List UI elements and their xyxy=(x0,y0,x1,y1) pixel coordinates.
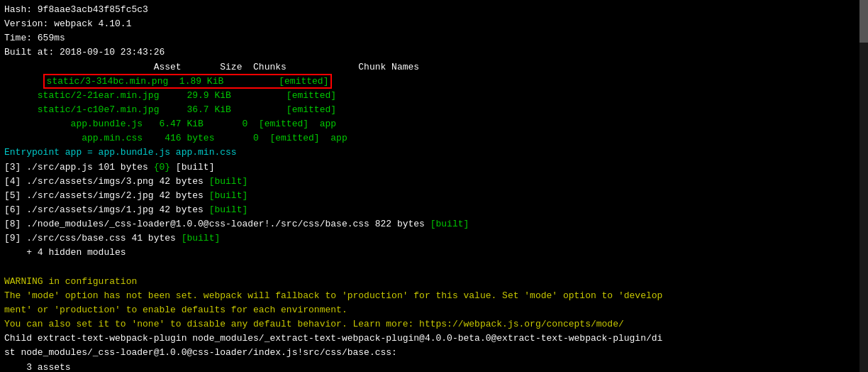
line-module-5: [5] ./src/assets/imgs/2.jpg 42 bytes [bu… xyxy=(4,189,864,203)
line-asset-min-css: app.min.css 416 bytes 0 [emitted] app xyxy=(4,131,864,146)
line-asset-jpg-1: static/1-c10e7.min.jpg 36.7 KiB [emitted… xyxy=(4,103,864,117)
line-module-4: [4] ./src/assets/imgs/3.png 42 bytes [bu… xyxy=(4,175,864,189)
line-assets-count: 3 assets xyxy=(4,361,864,372)
line-warning-none: You can also set it to 'none' to disable… xyxy=(4,317,864,332)
terminal-window: Hash: 9f8aae3acb43f85fc5c3 Version: webp… xyxy=(0,0,868,372)
line-child-plugin-1: Child extract-text-webpack-plugin node_m… xyxy=(4,332,864,346)
line-module-6: [6] ./src/assets/imgs/1.jpg 42 bytes [bu… xyxy=(4,203,864,217)
line-module-8: [8] ./node_modules/_css-loader@1.0.0@css… xyxy=(4,217,864,231)
line-asset-bundle-js: app.bundle.js 6.47 KiB 0 [emitted] app xyxy=(4,117,864,131)
line-empty xyxy=(4,261,864,275)
line-warning-mode-2: ment' or 'production' to enable defaults… xyxy=(4,303,864,317)
line-module-9: [9] ./src/css/base.css 41 bytes [built] xyxy=(4,231,864,246)
line-version: Version: webpack 4.10.1 xyxy=(4,17,864,31)
line-table-header: Asset Size Chunks Chunk Names xyxy=(4,60,864,75)
line-hidden-modules: + 4 hidden modules xyxy=(4,246,864,260)
line-warning-mode-1: The 'mode' option has not been set. webp… xyxy=(4,289,864,303)
line-asset-jpg-2: static/2-21ear.min.jpg 29.9 KiB [emitted… xyxy=(4,89,864,103)
line-module-3: [3] ./src/app.js 101 bytes {0} [built] xyxy=(4,160,864,175)
line-time: Time: 659ms xyxy=(4,31,864,45)
scrollbar-thumb[interactable] xyxy=(859,0,868,43)
line-child-plugin-2: st node_modules/_css-loader@1.0.0@css-lo… xyxy=(4,346,864,360)
line-hash: Hash: 9f8aae3acb43f85fc5c3 xyxy=(4,3,864,17)
line-warning-header: WARNING in configuration xyxy=(4,275,864,289)
line-asset-png-highlighted: static/3-314bc.min.png 1.89 KiB [emitted… xyxy=(4,75,864,89)
scrollbar[interactable] xyxy=(859,0,868,372)
line-built-at: Built at: 2018-09-10 23:43:26 xyxy=(4,45,864,60)
line-entrypoint: Entrypoint app = app.bundle.js app.min.c… xyxy=(4,146,864,160)
